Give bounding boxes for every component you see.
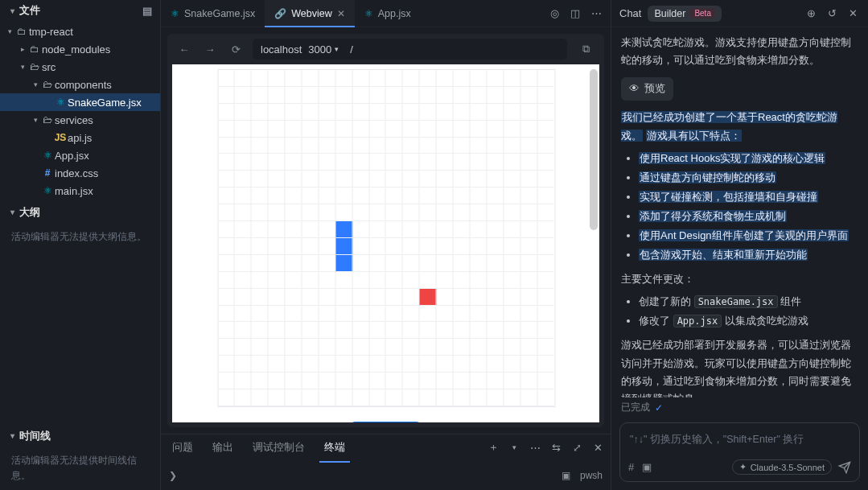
- hash-icon[interactable]: #: [628, 461, 634, 473]
- reload-button[interactable]: ⟳: [227, 40, 245, 58]
- new-terminal-icon[interactable]: ＋: [487, 440, 500, 455]
- grid-cell: [319, 138, 335, 154]
- grid-cell: [487, 221, 504, 238]
- grid-cell: [335, 221, 352, 238]
- close-icon[interactable]: ✕: [337, 8, 345, 19]
- grid-cell: [470, 171, 487, 187]
- grid-cell: [386, 138, 403, 154]
- grid-cell: [319, 238, 335, 255]
- grid-cell: [403, 187, 420, 204]
- tab-app[interactable]: ⚛ App.jsx: [355, 0, 421, 27]
- file-main-jsx[interactable]: ⚛ main.jsx: [0, 182, 160, 200]
- grid-cell: [420, 204, 437, 221]
- terminal-icon[interactable]: ▣: [562, 470, 570, 481]
- file-tree: ▾ 🗀 tmp-react ▸ 🗀 node_modules ▾ 🗁 src ▾…: [0, 21, 160, 202]
- grid-cell: [352, 70, 369, 87]
- bp-tab-problems[interactable]: 问题: [167, 438, 198, 458]
- grid-cell: [218, 121, 235, 138]
- file-index-css[interactable]: # index.css: [0, 164, 160, 182]
- tab-webview[interactable]: 🔗 Webview ✕: [265, 0, 354, 27]
- more-icon[interactable]: ⋯: [529, 442, 541, 454]
- bp-tab-output[interactable]: 输出: [208, 438, 238, 458]
- grid-cell: [403, 272, 420, 289]
- grid-cell: [437, 255, 454, 272]
- folder-root[interactable]: ▾ 🗀 tmp-react: [0, 23, 160, 40]
- grid-cell: [420, 87, 437, 104]
- grid-cell: [520, 339, 537, 356]
- grid-cell: [252, 289, 269, 306]
- editor-tabbar: ⚛ SnakeGame.jsx 🔗 Webview ✕ ⚛ App.jsx ◎ …: [161, 0, 611, 27]
- forward-button[interactable]: →: [201, 40, 219, 58]
- compass-icon[interactable]: ◎: [548, 7, 561, 19]
- back-button[interactable]: ←: [175, 40, 193, 58]
- close-panel-icon[interactable]: ✕: [591, 442, 604, 454]
- grid-cell: [520, 221, 537, 238]
- grid-cell: [437, 154, 454, 171]
- folder-services[interactable]: ▾ 🗁 services: [0, 111, 160, 129]
- list-item: 使用Ant Design组件库创建了美观的用户界面: [639, 227, 858, 245]
- grid-cell: [352, 322, 369, 339]
- grid-cell: [386, 171, 403, 187]
- grid-cell: [369, 121, 386, 138]
- grid-cell: [302, 204, 319, 221]
- address-bar[interactable]: localhost 3000 ▾ /: [253, 39, 567, 60]
- grid-cell: [319, 255, 335, 272]
- grid-cell: [302, 121, 319, 138]
- webview-page[interactable]: 开始游戏: [172, 64, 599, 422]
- chevron-down-icon[interactable]: ▾: [508, 443, 520, 451]
- split-editor-icon[interactable]: ◫: [569, 7, 582, 19]
- close-icon[interactable]: ✕: [845, 7, 860, 19]
- file-api-js[interactable]: JS api.js: [0, 129, 160, 146]
- model-select[interactable]: ✦ Claude-3.5-Sonnet: [732, 459, 832, 475]
- folder-components[interactable]: ▾ 🗁 components: [0, 76, 160, 93]
- grid-cell: [302, 289, 319, 306]
- maximize-panel-icon[interactable]: ⤢: [570, 442, 583, 454]
- port-select[interactable]: 3000 ▾: [308, 43, 339, 56]
- folder-node-modules[interactable]: ▸ 🗀 node_modules: [0, 40, 160, 58]
- file-snakegame-jsx[interactable]: ⚛ SnakeGame.jsx: [0, 93, 160, 111]
- bp-tab-terminal[interactable]: 终端: [319, 438, 350, 458]
- outline-section-header[interactable]: ▾ 大纲: [0, 202, 160, 223]
- start-game-button[interactable]: 开始游戏: [351, 422, 422, 422]
- settings-icon[interactable]: ⇆: [549, 442, 562, 454]
- grid-cell: [437, 221, 454, 238]
- builder-mode-pill[interactable]: Builder Beta: [648, 6, 722, 22]
- open-external-icon[interactable]: ⧉: [575, 39, 596, 60]
- grid-cell: [386, 339, 403, 356]
- terminal-body[interactable]: ❯ ▣ pwsh: [161, 460, 611, 490]
- chat-highlight-text: 实现了碰撞检测，包括撞墙和自身碰撞: [639, 191, 818, 203]
- grid-cell: [319, 70, 335, 87]
- grid-cell: [369, 87, 386, 104]
- grid-cell: [352, 138, 369, 154]
- grid-cell: [420, 373, 437, 389]
- preview-button[interactable]: 👁 预览: [621, 77, 673, 101]
- grid-cell: [335, 322, 352, 339]
- grid-cell: [420, 306, 437, 323]
- grid-cell: [218, 70, 235, 87]
- grid-cell: [504, 356, 520, 373]
- grid-cell: [403, 255, 420, 272]
- grid-cell: [504, 238, 520, 255]
- grid-cell: [437, 187, 454, 204]
- image-icon[interactable]: ▣: [642, 461, 652, 473]
- layout-icon[interactable]: ▤: [141, 5, 154, 17]
- grid-cell: [335, 121, 352, 138]
- file-app-jsx[interactable]: ⚛ App.jsx: [0, 146, 160, 164]
- grid-cell: [520, 373, 537, 389]
- send-icon[interactable]: [838, 461, 851, 474]
- grid-cell: [302, 171, 319, 187]
- history-icon[interactable]: ↺: [825, 7, 839, 19]
- more-icon[interactable]: ⋯: [590, 7, 603, 19]
- scrollbar-thumb[interactable]: [590, 69, 598, 230]
- chat-input[interactable]: "↑↓" 切换历史输入，"Shift+Enter" 换行 # ▣ ✦ Claud…: [619, 422, 860, 482]
- grid-cell: [335, 187, 352, 204]
- bp-tab-debug[interactable]: 调试控制台: [248, 438, 310, 458]
- new-chat-icon[interactable]: ⊕: [804, 7, 818, 19]
- grid-cell: [319, 389, 335, 406]
- folder-src[interactable]: ▾ 🗁 src: [0, 58, 160, 76]
- files-section-header[interactable]: ▾ 文件 ▤: [0, 0, 160, 21]
- grid-cell: [218, 339, 235, 356]
- tab-snakegame[interactable]: ⚛ SnakeGame.jsx: [161, 0, 265, 27]
- timeline-section-header[interactable]: ▾ 时间线: [0, 426, 160, 447]
- grid-cell: [403, 339, 420, 356]
